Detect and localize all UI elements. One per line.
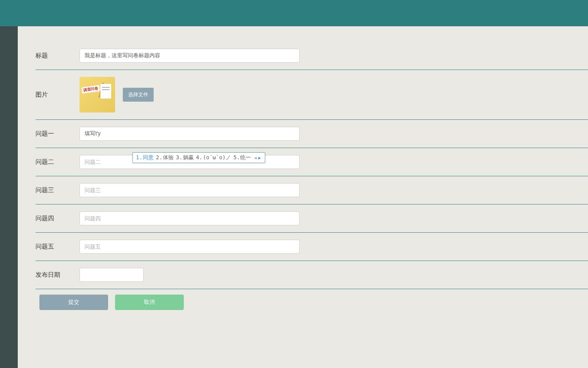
- question5-label: 问题五: [36, 243, 80, 251]
- question4-row: 问题四: [36, 204, 588, 233]
- date-label: 发布日期: [36, 271, 80, 279]
- top-header: [0, 0, 588, 26]
- question1-row: 问题一: [36, 120, 588, 148]
- question2-label: 问题二: [36, 158, 80, 166]
- ime-prev-icon[interactable]: ◀: [253, 155, 258, 160]
- ime-candidate-1[interactable]: 1.同意: [136, 154, 154, 161]
- question1-label: 问题一: [36, 130, 80, 138]
- sidebar: [0, 26, 18, 368]
- preview-text: 调查问卷: [81, 85, 100, 94]
- form-container: 标题 图片 调查问卷 选择文件 问题一 问题二 问题三: [18, 26, 588, 368]
- button-row: 提交 取消: [36, 289, 588, 310]
- preview-doc-icon: [100, 84, 111, 99]
- ime-candidate-2[interactable]: 2.体验: [156, 154, 174, 161]
- date-input[interactable]: [80, 268, 144, 282]
- question4-label: 问题四: [36, 215, 80, 223]
- image-preview[interactable]: 调查问卷: [80, 77, 115, 112]
- image-label: 图片: [36, 91, 80, 99]
- choose-file-button[interactable]: 选择文件: [123, 88, 154, 102]
- title-label: 标题: [36, 52, 80, 60]
- main-layout: 标题 图片 调查问卷 选择文件 问题一 问题二 问题三: [0, 26, 588, 368]
- question2-row: 问题二: [36, 148, 588, 176]
- question1-input[interactable]: [80, 127, 300, 141]
- ime-candidate-4[interactable]: 4.(o´ω`o)ノ: [196, 154, 231, 161]
- question4-input[interactable]: [80, 211, 300, 225]
- title-input[interactable]: [80, 49, 300, 63]
- ime-next-icon[interactable]: ▶: [258, 155, 262, 160]
- date-row: 发布日期: [36, 261, 588, 289]
- question5-input[interactable]: [80, 240, 300, 254]
- question3-label: 问题三: [36, 186, 80, 194]
- ime-candidate-popup: 1.同意 2.体验 3.躺赢 4.(o´ω`o)ノ 5.统一 ◀ ▶: [132, 152, 265, 163]
- cancel-button[interactable]: 取消: [115, 295, 184, 310]
- question3-input[interactable]: [80, 183, 300, 197]
- image-row: 图片 调查问卷 选择文件: [36, 70, 588, 120]
- title-row: 标题: [36, 42, 588, 70]
- ime-candidate-3[interactable]: 3.躺赢: [176, 154, 194, 161]
- ime-candidate-5[interactable]: 5.统一: [233, 154, 251, 161]
- question3-row: 问题三: [36, 176, 588, 204]
- question5-row: 问题五: [36, 233, 588, 261]
- submit-button[interactable]: 提交: [39, 295, 108, 310]
